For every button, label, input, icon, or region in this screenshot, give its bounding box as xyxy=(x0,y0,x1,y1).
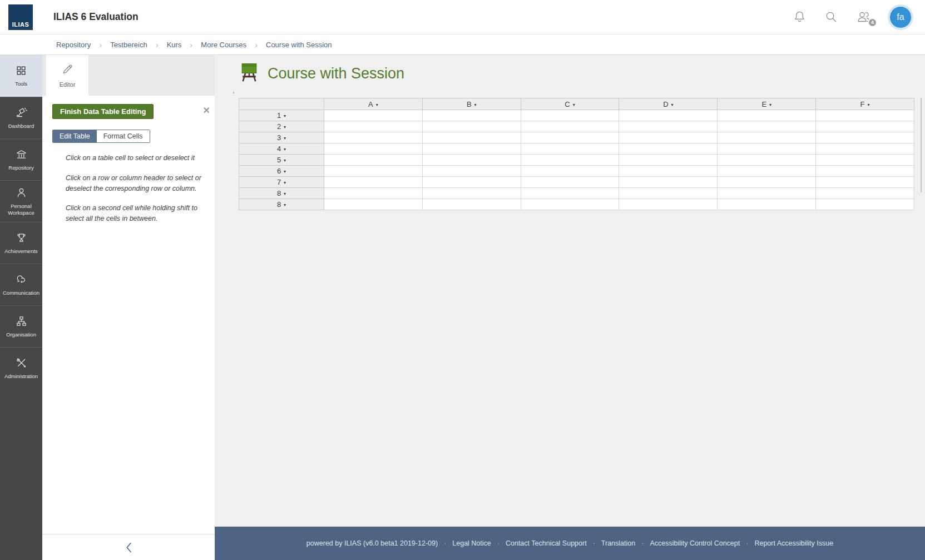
table-cell[interactable] xyxy=(718,121,816,132)
column-header-C[interactable]: C▾ xyxy=(521,98,619,110)
table-cell[interactable] xyxy=(816,199,914,210)
row-header-2[interactable]: 2▾ xyxy=(239,121,324,132)
table-cell[interactable] xyxy=(816,121,914,132)
table-cell[interactable] xyxy=(521,121,619,132)
table-scrollbar[interactable] xyxy=(921,98,922,192)
table-cell[interactable] xyxy=(521,132,619,143)
toggle-edit-table[interactable]: Edit Table xyxy=(53,130,97,142)
bell-icon[interactable] xyxy=(792,9,807,24)
sidebar-item-dashboard[interactable]: Dashboard xyxy=(0,97,42,138)
table-cell[interactable] xyxy=(718,166,816,177)
table-cell[interactable] xyxy=(324,132,423,143)
breadcrumb-item-repository[interactable]: Repository xyxy=(56,41,91,49)
table-cell[interactable] xyxy=(718,110,816,121)
tab-editor[interactable]: Editor xyxy=(46,55,88,96)
table-cell[interactable] xyxy=(422,110,521,121)
row-header-4[interactable]: 4▾ xyxy=(239,143,324,155)
table-cell[interactable] xyxy=(619,166,718,177)
table-cell[interactable] xyxy=(422,166,521,177)
row-header-6[interactable]: 6▾ xyxy=(239,166,324,177)
table-cell[interactable] xyxy=(324,143,423,155)
breadcrumb-item-more-courses[interactable]: More Courses xyxy=(201,41,246,49)
breadcrumb-item-kurs[interactable]: Kurs xyxy=(167,41,182,49)
footer-link-report-accessibility-issue[interactable]: Report Accessibility Issue xyxy=(754,539,833,547)
table-cell[interactable] xyxy=(422,188,521,199)
footer-link-contact-technical-support[interactable]: Contact Technical Support xyxy=(506,539,587,547)
column-header-F[interactable]: F▾ xyxy=(816,98,914,110)
table-cell[interactable] xyxy=(718,199,816,210)
table-corner-cell[interactable] xyxy=(239,98,324,110)
close-icon[interactable]: ✕ xyxy=(203,106,210,115)
table-cell[interactable] xyxy=(619,121,718,132)
table-cell[interactable] xyxy=(718,132,816,143)
row-header-7[interactable]: 7▾ xyxy=(239,177,324,188)
finish-data-table-editing-button[interactable]: Finish Data Table Editing xyxy=(52,104,154,119)
sidebar-item-personal-workspace[interactable]: Personal Workspace xyxy=(0,180,42,222)
column-header-B[interactable]: B▾ xyxy=(422,98,521,110)
footer-link-legal-notice[interactable]: Legal Notice xyxy=(452,539,491,547)
table-cell[interactable] xyxy=(619,143,718,155)
table-cell[interactable] xyxy=(718,188,816,199)
table-cell[interactable] xyxy=(422,155,521,166)
table-cell[interactable] xyxy=(816,110,914,121)
search-icon[interactable] xyxy=(824,9,839,24)
table-cell[interactable] xyxy=(422,199,521,210)
footer-link-translation[interactable]: Translation xyxy=(601,539,635,547)
table-cell[interactable] xyxy=(324,110,423,121)
row-header-9[interactable]: 8▾ xyxy=(239,199,324,210)
table-cell[interactable] xyxy=(619,177,718,188)
table-cell[interactable] xyxy=(619,132,718,143)
table-cell[interactable] xyxy=(324,166,423,177)
table-cell[interactable] xyxy=(521,199,619,210)
sidebar-item-repository[interactable]: Repository xyxy=(0,138,42,180)
table-cell[interactable] xyxy=(422,143,521,155)
column-header-A[interactable]: A▾ xyxy=(324,98,423,110)
table-cell[interactable] xyxy=(422,177,521,188)
table-cell[interactable] xyxy=(422,132,521,143)
row-header-8[interactable]: 8▾ xyxy=(239,188,324,199)
table-cell[interactable] xyxy=(816,177,914,188)
table-cell[interactable] xyxy=(619,155,718,166)
sidebar-item-tools[interactable]: Tools xyxy=(0,55,42,97)
table-cell[interactable] xyxy=(816,143,914,155)
row-header-3[interactable]: 3▾ xyxy=(239,132,324,143)
table-cell[interactable] xyxy=(324,188,423,199)
avatar[interactable]: fa xyxy=(890,7,911,28)
table-cell[interactable] xyxy=(521,166,619,177)
table-cell[interactable] xyxy=(619,199,718,210)
sidebar-item-achievements[interactable]: Achievements xyxy=(0,222,42,264)
table-cell[interactable] xyxy=(816,166,914,177)
footer-link-accessibility-control-concept[interactable]: Accessibility Control Concept xyxy=(650,539,740,547)
table-cell[interactable] xyxy=(718,143,816,155)
table-cell[interactable] xyxy=(816,188,914,199)
table-cell[interactable] xyxy=(718,177,816,188)
table-cell[interactable] xyxy=(422,121,521,132)
table-cell[interactable] xyxy=(521,177,619,188)
sidebar-item-communication[interactable]: Communication xyxy=(0,264,42,305)
table-cell[interactable] xyxy=(521,155,619,166)
table-cell[interactable] xyxy=(619,188,718,199)
column-header-D[interactable]: D▾ xyxy=(619,98,718,110)
column-header-E[interactable]: E▾ xyxy=(718,98,816,110)
table-cell[interactable] xyxy=(324,177,423,188)
sidebar-item-organisation[interactable]: Organisation xyxy=(0,305,42,347)
table-cell[interactable] xyxy=(324,155,423,166)
chevron-left-icon[interactable] xyxy=(125,542,132,553)
users-icon[interactable]: 4 xyxy=(855,9,872,25)
table-cell[interactable] xyxy=(521,143,619,155)
table-cell[interactable] xyxy=(718,155,816,166)
table-cell[interactable] xyxy=(324,121,423,132)
ilias-logo[interactable]: ILIAS xyxy=(8,4,33,30)
row-header-5[interactable]: 5▾ xyxy=(239,155,324,166)
table-cell[interactable] xyxy=(521,110,619,121)
table-cell[interactable] xyxy=(619,110,718,121)
breadcrumb-item-course-with-session[interactable]: Course with Session xyxy=(266,41,332,49)
sidebar-item-administration[interactable]: Administration xyxy=(0,347,42,389)
table-cell[interactable] xyxy=(324,199,423,210)
row-header-1[interactable]: 1▾ xyxy=(239,110,324,121)
table-cell[interactable] xyxy=(521,188,619,199)
breadcrumb-item-testbereich[interactable]: Testbereich xyxy=(110,41,147,49)
toggle-format-cells[interactable]: Format Cells xyxy=(97,130,150,142)
table-cell[interactable] xyxy=(816,155,914,166)
table-cell[interactable] xyxy=(816,132,914,143)
